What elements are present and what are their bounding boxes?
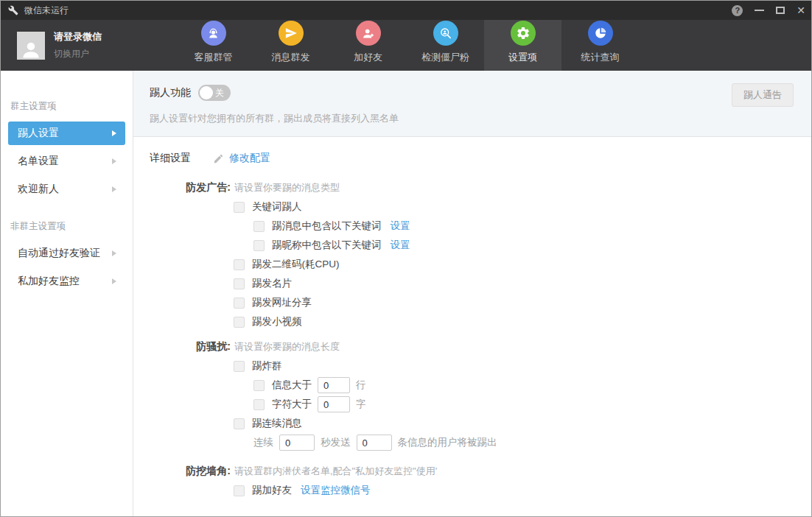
window-controls: ? ✕: [732, 5, 805, 16]
checkbox-row-kick-add-friend: 踢加好友 设置监控微信号: [234, 481, 811, 500]
nav-label: 统计查询: [581, 51, 620, 64]
maximize-icon[interactable]: [776, 7, 785, 14]
detail-settings-title: 详细设置: [150, 152, 191, 165]
checkbox-row-kick-continuous-message: 踢连续消息: [234, 414, 811, 433]
chevron-right-icon: [112, 130, 116, 136]
checkbox[interactable]: [234, 298, 245, 309]
checkbox-label: 踢发名片: [252, 277, 292, 290]
kick-feature-panel: 踢人功能 关 踢人通告 踢人设置针对您拥有的所有群，踢出成员将直接列入黑名单: [133, 71, 811, 137]
section-title: 防发广告:: [150, 181, 231, 194]
window-title: 微信未运行: [24, 4, 69, 17]
unit-label: 字: [356, 398, 366, 411]
message-count-input[interactable]: [357, 435, 392, 451]
chevron-right-icon: [112, 158, 116, 164]
account-area: 请登录微信 切换用户: [1, 20, 175, 71]
checkbox-label: 踢连续消息: [252, 417, 302, 430]
paper-plane-icon: [279, 21, 304, 46]
checkbox[interactable]: [234, 202, 245, 213]
checkbox-label: 踢加好友: [252, 484, 292, 497]
sidebar-item-kick-settings[interactable]: 踢人设置: [8, 122, 125, 145]
title-bar: 微信未运行 ? ✕: [1, 1, 811, 20]
rule-suffix-label: 条信息的用户将被踢出: [398, 436, 497, 449]
pie-chart-icon: [588, 21, 613, 46]
sidebar-item-label: 踢人设置: [18, 127, 59, 140]
sidebar-item-list-settings[interactable]: 名单设置: [8, 150, 125, 173]
detail-settings: 详细设置 修改配置 防发广告: 请设置你要踢的消息类型 关键词踢人: [133, 137, 811, 516]
kick-feature-description: 踢人设置针对您拥有的所有群，踢出成员将直接列入黑名单: [150, 112, 794, 125]
checkbox-label: 踢发二维码(耗CPU): [252, 258, 340, 271]
unit-label: 行: [356, 379, 366, 392]
set-keywords-link[interactable]: 设置: [391, 239, 410, 252]
checkbox-label: 踢发小视频: [252, 315, 302, 328]
checkbox[interactable]: [234, 485, 245, 496]
sidebar-item-label: 自动通过好友验证: [18, 247, 100, 260]
checkbox-label: 踢消息中包含以下关键词: [272, 219, 382, 233]
sidebar-item-label: 私加好友监控: [18, 275, 80, 288]
seconds-input[interactable]: [279, 435, 315, 451]
section-anti-poaching: 防挖墙角: 请设置群内潜伏者名单,配合"私加好友监控"使用' 踢加好友 设置监控…: [150, 462, 811, 500]
sidebar-item-label: 名单设置: [18, 155, 59, 168]
close-icon[interactable]: ✕: [797, 5, 805, 15]
person-add-icon: [356, 21, 381, 46]
checkbox-row-message-lines: 信息大于 行: [253, 376, 811, 395]
sidebar-section-owner-settings: 群主设置项: [10, 100, 133, 113]
section-anti-ad: 防发广告: 请设置你要踢的消息类型 关键词踢人 踢消息中包含以下关键词 设置: [150, 178, 811, 331]
sidebar-item-label: 欢迎新人: [18, 183, 59, 196]
checkbox-label: 字符大于: [272, 398, 312, 411]
section-hint: 请设置你要踢的消息类型: [234, 181, 340, 194]
checkbox-label: 踢炸群: [252, 359, 282, 373]
headset-icon: [201, 21, 226, 46]
chevron-right-icon: [112, 186, 116, 192]
help-icon[interactable]: ?: [732, 5, 743, 16]
switch-user-link[interactable]: 切换用户: [54, 48, 102, 60]
nav-label: 客服群管: [195, 51, 233, 64]
section-hint: 请设置群内潜伏者名单,配合"私加好友监控"使用': [234, 465, 437, 478]
checkbox-row-kick-qrcode: 踢发二维码(耗CPU): [234, 255, 811, 274]
checkbox-label: 信息大于: [272, 379, 312, 392]
nav-label: 设置项: [508, 51, 537, 64]
top-nav-bar: 请登录微信 切换用户 客服群管: [1, 20, 811, 71]
search-user-icon: [433, 21, 458, 46]
kick-feature-toggle[interactable]: 关: [198, 85, 231, 101]
section-title: 防挖墙角:: [150, 465, 231, 478]
lines-threshold-input[interactable]: [318, 377, 350, 393]
kick-notice-button[interactable]: 踢人通告: [732, 83, 794, 107]
checkbox-row-keyword-kick: 关键词踢人: [234, 197, 811, 217]
chevron-right-icon: [112, 250, 116, 256]
sidebar-item-private-friend-monitor[interactable]: 私加好友监控: [8, 270, 125, 293]
checkbox-label: 关键词踢人: [252, 200, 302, 214]
section-hint: 请设置你要踢的消息长度: [234, 340, 340, 354]
checkbox-row-kick-message-keyword: 踢消息中包含以下关键词 设置: [253, 217, 811, 236]
checkbox-row-kick-nickname-keyword: 踢昵称中包含以下关键词 设置: [253, 236, 811, 255]
checkbox[interactable]: [234, 418, 245, 429]
login-prompt: 请登录微信: [54, 30, 102, 43]
minimize-icon[interactable]: [755, 10, 764, 11]
gear-icon: [511, 21, 536, 46]
nav-label: 检测僵尸粉: [421, 51, 469, 64]
set-monitor-wechat-link[interactable]: 设置监控微信号: [301, 484, 371, 497]
checkbox-label: 踢发网址分享: [252, 296, 312, 309]
continuous-message-rule-row: 连续 秒发送 条信息的用户将被踢出: [253, 433, 811, 452]
checkbox-row-kick-namecard: 踢发名片: [234, 274, 811, 293]
checkbox[interactable]: [234, 317, 245, 328]
checkbox-row-kick-url-share: 踢发网址分享: [234, 293, 811, 312]
checkbox[interactable]: [253, 399, 265, 410]
checkbox[interactable]: [234, 278, 245, 289]
wrench-icon: [8, 5, 18, 15]
rule-prefix-label: 连续: [253, 436, 273, 449]
checkbox[interactable]: [253, 221, 265, 232]
checkbox[interactable]: [253, 240, 265, 251]
checkbox-label: 踢昵称中包含以下关键词: [272, 239, 382, 252]
checkbox[interactable]: [234, 259, 245, 270]
edit-config-link[interactable]: 修改配置: [229, 152, 270, 165]
rule-mid-label: 秒发送: [321, 436, 351, 449]
checkbox-row-kick-bomb-group: 踢炸群: [234, 356, 811, 376]
pencil-icon[interactable]: [213, 153, 224, 164]
sidebar-item-auto-accept-friend[interactable]: 自动通过好友验证: [8, 242, 125, 265]
avatar[interactable]: [17, 32, 45, 60]
checkbox[interactable]: [234, 361, 245, 372]
checkbox[interactable]: [253, 380, 265, 391]
set-keywords-link[interactable]: 设置: [391, 219, 410, 233]
sidebar-item-welcome-newcomer[interactable]: 欢迎新人: [8, 177, 125, 201]
chars-threshold-input[interactable]: [318, 396, 350, 412]
